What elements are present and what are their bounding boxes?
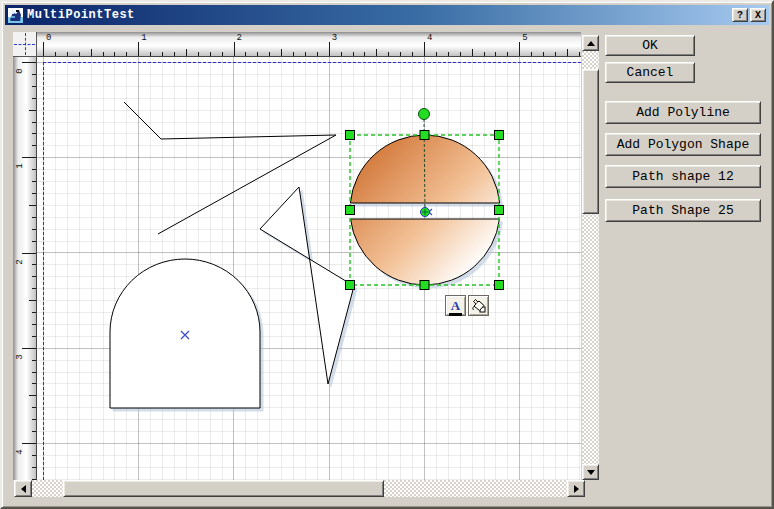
selection-handle[interactable] — [346, 206, 355, 215]
ruler-tick — [32, 336, 36, 337]
ruler-tick — [32, 431, 36, 432]
ruler-label: 3 — [15, 352, 25, 362]
path-shape-25-button[interactable]: Path Shape 25 — [605, 199, 761, 222]
ruler-tick — [174, 52, 175, 56]
titlebar[interactable]: MultiPointTest ? X — [5, 5, 769, 25]
ruler-tick — [519, 42, 520, 56]
scroll-up-button[interactable] — [582, 35, 599, 51]
ruler-tick — [353, 52, 354, 56]
ruler-tick — [210, 52, 211, 56]
font-color-icon: A — [451, 299, 460, 312]
ruler-tick — [472, 49, 473, 56]
close-button[interactable]: X — [750, 8, 766, 22]
ruler-tick — [222, 52, 223, 56]
ruler-tick — [32, 229, 36, 230]
ruler-tick — [22, 348, 36, 349]
ruler-tick — [484, 52, 485, 56]
drawing-area[interactable]: A — [37, 57, 581, 480]
ruler-tick — [32, 372, 36, 373]
ruler-tick — [32, 407, 36, 408]
add-polyline-button[interactable]: Add Polyline — [605, 101, 761, 124]
ruler-tick — [22, 443, 36, 444]
ruler-tick — [29, 300, 36, 301]
horizontal-scrollbar — [14, 480, 585, 497]
ruler-tick — [32, 193, 36, 194]
path-shape-12-button[interactable]: Path shape 12 — [605, 165, 761, 188]
ruler-label: 2 — [15, 257, 25, 267]
ruler-label: 1 — [141, 33, 146, 43]
ruler-tick — [495, 52, 496, 56]
ruler-tick — [531, 52, 532, 56]
ruler-tick — [126, 52, 127, 56]
ruler-tick — [460, 52, 461, 56]
canvas-view: 012345 01234 A — [10, 32, 599, 498]
ruler-tick — [341, 52, 342, 56]
ok-button[interactable]: OK — [605, 35, 695, 56]
ruler-tick — [32, 383, 36, 384]
horizontal-ruler: 012345 — [37, 32, 581, 57]
bowtie-polygon-shape[interactable] — [260, 187, 354, 384]
ruler-tick — [138, 42, 139, 56]
ruler-tick — [32, 122, 36, 123]
ruler-tick — [543, 52, 544, 56]
paint-bucket-icon — [470, 297, 487, 314]
rotation-handle[interactable] — [419, 109, 430, 120]
selection-handle[interactable] — [495, 206, 504, 215]
add-polygon-shape-button[interactable]: Add Polygon Shape — [605, 133, 761, 156]
ruler-tick — [317, 52, 318, 56]
ruler-tick — [103, 52, 104, 56]
ruler-tick — [424, 42, 425, 56]
right-arrow-icon — [574, 485, 579, 493]
ruler-tick — [305, 52, 306, 56]
selection-handle[interactable] — [346, 131, 355, 140]
app-window: MultiPointTest ? X 012345 01234 — [0, 0, 774, 509]
circle-bottom-half-shape[interactable] — [351, 219, 500, 285]
vertical-scrollbar-thumb[interactable] — [582, 69, 599, 214]
selection-handle[interactable] — [495, 131, 504, 140]
ruler-label: 0 — [46, 33, 51, 43]
ruler-tick — [29, 110, 36, 111]
fill-color-button[interactable] — [468, 295, 489, 316]
ruler-tick — [162, 52, 163, 56]
ruler-tick — [186, 49, 187, 56]
scroll-right-button[interactable] — [567, 480, 585, 497]
ruler-tick — [400, 52, 401, 56]
ruler-corner — [13, 32, 37, 57]
selection-handle[interactable] — [346, 281, 355, 290]
ruler-tick — [32, 419, 36, 420]
font-color-button[interactable]: A — [445, 295, 466, 316]
window-title: MultiPointTest — [27, 8, 730, 22]
vertical-scrollbar — [582, 35, 599, 480]
selection-handle[interactable] — [420, 131, 429, 140]
scroll-down-button[interactable] — [582, 464, 599, 480]
ruler-tick — [329, 42, 330, 56]
ruler-tick — [22, 157, 36, 158]
ruler-tick — [198, 52, 199, 56]
cancel-button[interactable]: Cancel — [605, 62, 695, 83]
up-arrow-icon — [587, 41, 595, 46]
ruler-tick — [32, 360, 36, 361]
ruler-tick — [91, 49, 92, 56]
ruler-tick — [234, 42, 235, 56]
ruler-tick — [281, 49, 282, 56]
ruler-tick — [388, 52, 389, 56]
selection-handle[interactable] — [495, 281, 504, 290]
arch-shape[interactable] — [110, 259, 260, 408]
ruler-tick — [32, 312, 36, 313]
selection-handle[interactable] — [420, 281, 429, 290]
ruler-tick — [32, 74, 36, 75]
ruler-label: 5 — [522, 33, 527, 43]
ruler-label: 3 — [332, 33, 337, 43]
help-button[interactable]: ? — [732, 8, 748, 22]
ruler-tick — [269, 52, 270, 56]
ruler-tick — [412, 52, 413, 56]
scroll-left-button[interactable] — [14, 480, 32, 497]
ruler-tick — [32, 145, 36, 146]
horizontal-scrollbar-thumb[interactable] — [63, 480, 384, 497]
ruler-tick — [448, 52, 449, 56]
polyline-shape[interactable] — [124, 102, 336, 234]
ruler-tick — [507, 52, 508, 56]
ruler-tick — [555, 52, 556, 56]
left-arrow-icon — [21, 485, 26, 493]
down-arrow-icon — [587, 470, 595, 475]
